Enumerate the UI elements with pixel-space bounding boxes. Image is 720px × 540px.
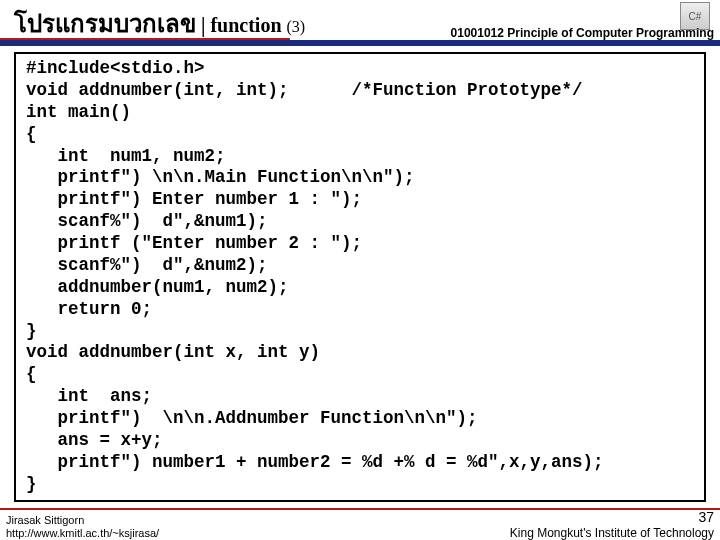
footer-author-block: Jirasak Sittigorn http://www.kmitl.ac.th… (6, 514, 159, 540)
institute-name: King Mongkut's Institute of Technology (510, 526, 714, 540)
course-label: 01001012 Principle of Computer Programmi… (451, 26, 714, 40)
slide-footer: Jirasak Sittigorn http://www.kmitl.ac.th… (0, 512, 720, 540)
title-thai: โปรแกรมบวกเลข (14, 10, 196, 37)
code-content: #include<stdio.h> void addnumber(int, in… (26, 58, 694, 496)
divider-blue (0, 40, 720, 46)
footer-institute-block: 37 King Mongkut's Institute of Technolog… (510, 509, 714, 540)
title-separator: | (196, 14, 210, 36)
author-url: http://www.kmitl.ac.th/~ksjirasa/ (6, 527, 159, 540)
code-container: #include<stdio.h> void addnumber(int, in… (14, 52, 706, 502)
title-number: (3) (287, 18, 306, 35)
author-name: Jirasak Sittigorn (6, 514, 159, 527)
slide-number: 37 (510, 509, 714, 526)
title-function: function (210, 14, 286, 36)
